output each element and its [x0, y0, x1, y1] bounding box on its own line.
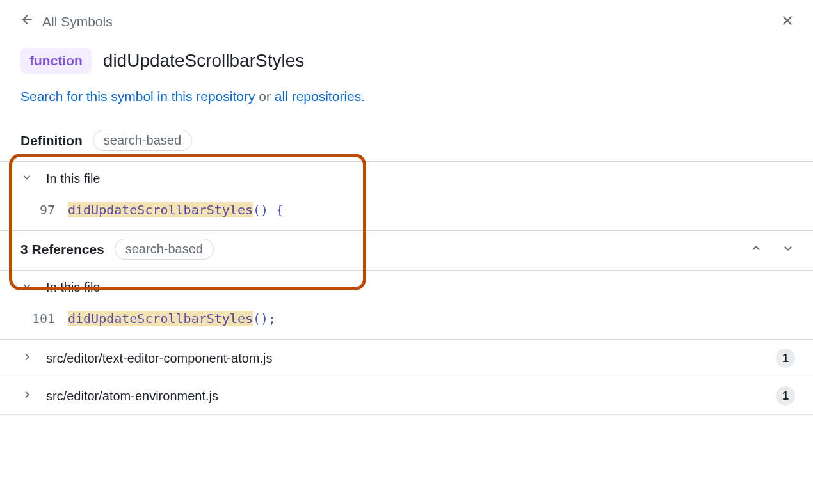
reference-file-row[interactable]: src/editor/text-editor-component-atom.js… — [0, 340, 813, 377]
references-file-label-current: In this file — [46, 280, 795, 295]
chevron-down-icon — [781, 241, 795, 255]
definition-code: didUpdateScrollbarStyles() { — [68, 202, 284, 217]
search-all-repos-link[interactable]: all repositories. — [275, 89, 365, 104]
reference-lineno: 101 — [28, 311, 55, 326]
definition-lineno: 97 — [28, 202, 55, 217]
back-to-all-symbols[interactable]: All Symbols — [20, 13, 113, 30]
back-label: All Symbols — [42, 14, 113, 29]
definition-heading: Definition — [20, 133, 83, 148]
symbol-kind-badge: function — [20, 48, 92, 74]
references-file-toggle-current[interactable]: In this file — [0, 271, 813, 304]
prev-reference-button[interactable] — [749, 241, 763, 257]
search-sep: or — [255, 89, 274, 104]
close-button[interactable] — [780, 13, 795, 30]
search-this-repo-link[interactable]: Search for this symbol in this repositor… — [20, 89, 255, 104]
reference-code: didUpdateScrollbarStyles(); — [68, 311, 276, 326]
reference-count-badge: 1 — [776, 386, 795, 406]
close-icon — [780, 20, 795, 30]
chevron-right-icon — [20, 350, 33, 366]
definition-code-row[interactable]: 97 didUpdateScrollbarStyles() { — [0, 196, 813, 231]
next-reference-button[interactable] — [781, 241, 795, 257]
chevron-down-icon — [20, 171, 33, 187]
definition-file-toggle[interactable]: In this file — [0, 162, 813, 196]
references-mode-pill: search-based — [115, 239, 214, 260]
search-scope-line: Search for this symbol in this repositor… — [0, 89, 813, 122]
chevron-up-icon — [749, 241, 763, 255]
reference-code-row[interactable]: 101 didUpdateScrollbarStyles(); — [0, 304, 813, 340]
reference-count-badge: 1 — [776, 349, 795, 368]
chevron-right-icon — [20, 388, 33, 404]
symbol-name: didUpdateScrollbarStyles — [103, 51, 304, 71]
references-heading: 3 References — [20, 242, 104, 257]
reference-file-path: src/editor/text-editor-component-atom.js — [46, 351, 763, 366]
reference-file-row[interactable]: src/editor/atom-environment.js 1 — [0, 377, 813, 415]
definition-file-label: In this file — [46, 171, 795, 186]
definition-mode-pill: search-based — [93, 130, 192, 151]
chevron-down-icon — [20, 280, 33, 295]
arrow-left-icon — [20, 13, 35, 30]
reference-file-path: src/editor/atom-environment.js — [46, 389, 763, 404]
